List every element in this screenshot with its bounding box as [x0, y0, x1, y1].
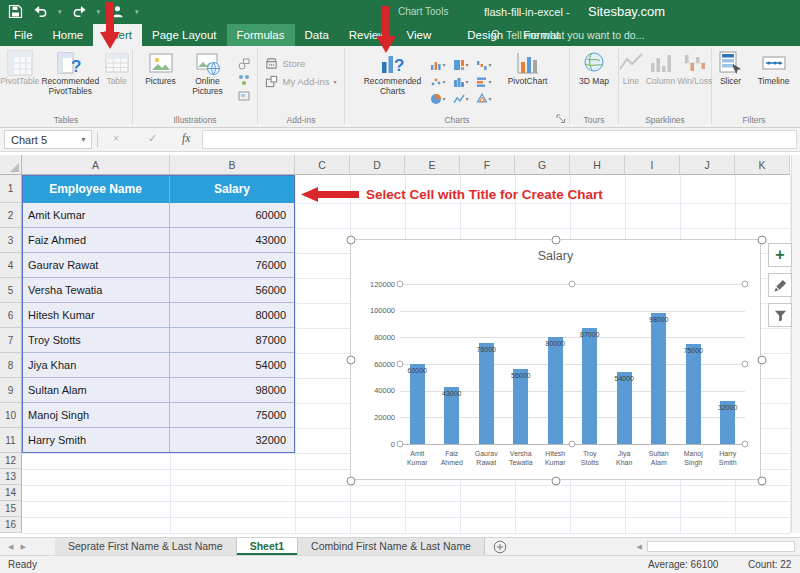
sheet-prev-icon[interactable]: ◀	[8, 543, 13, 551]
table-button[interactable]: Table	[101, 49, 132, 88]
plot-area-handle[interactable]	[742, 441, 749, 448]
sheet-tab-seprate-first-name-last-name[interactable]: Seprate First Name & Last Name	[55, 538, 237, 555]
chart-filters-button[interactable]	[768, 303, 792, 327]
row-header-9[interactable]: 9	[0, 378, 22, 403]
recommended-pivottables-button[interactable]: ?Recommended PivotTables	[41, 49, 99, 97]
sheet-next-icon[interactable]: ▶	[20, 543, 25, 551]
table-header-employee-name[interactable]: Employee Name	[22, 175, 170, 203]
undo-icon[interactable]	[33, 4, 48, 19]
chart-bar[interactable]	[410, 364, 425, 444]
chart-selection-handle[interactable]	[552, 236, 561, 245]
cell-employee-name[interactable]: Faiz Ahmed	[22, 228, 170, 253]
cell-salary[interactable]: 43000	[170, 228, 295, 253]
cell-employee-name[interactable]: Troy Stotts	[22, 328, 170, 353]
mini-bar-chart-button[interactable]: ▾	[476, 74, 497, 89]
cell-employee-name[interactable]: Sultan Alam	[22, 378, 170, 403]
column-header-a[interactable]: A	[22, 155, 170, 175]
3d-map-button[interactable]: 3D Map	[574, 49, 614, 88]
save-icon[interactable]	[8, 4, 23, 19]
chart-elements-button[interactable]: +	[768, 243, 792, 267]
timeline-button[interactable]: Timeline	[751, 49, 796, 88]
cell-salary[interactable]: 32000	[170, 428, 295, 453]
tab-home[interactable]: Home	[43, 24, 94, 46]
mini-hierarchy-chart-button[interactable]: ▾	[453, 57, 474, 72]
cell-salary[interactable]: 60000	[170, 203, 295, 228]
chart-selection-handle[interactable]	[347, 236, 356, 245]
mini-pie-chart-button[interactable]: ▾	[430, 91, 451, 106]
row-header-5[interactable]: 5	[0, 278, 22, 303]
cell-employee-name[interactable]: Manoj Singh	[22, 403, 170, 428]
mini-scatter-chart-button[interactable]: ▾	[430, 74, 451, 89]
chart-bar[interactable]	[479, 343, 494, 444]
mini-histogram-chart-button[interactable]: ▾	[453, 74, 474, 89]
column-header-d[interactable]: D	[350, 155, 405, 175]
shapes-icon[interactable]	[238, 58, 250, 70]
pivottable-button[interactable]: PivotTable	[0, 49, 39, 88]
row-header-10[interactable]: 10	[0, 403, 22, 428]
chart-bar[interactable]	[582, 328, 597, 444]
cell-salary[interactable]: 87000	[170, 328, 295, 353]
plot-area-handle[interactable]	[569, 281, 576, 288]
cell-employee-name[interactable]: Versha Tewatia	[22, 278, 170, 303]
column-header-k[interactable]: K	[735, 155, 790, 175]
screenshot-icon[interactable]	[238, 90, 250, 102]
store-button[interactable]: Store	[265, 57, 336, 70]
enter-check-icon[interactable]: ✓	[148, 132, 157, 145]
plot-area-handle[interactable]	[397, 441, 404, 448]
row-header-16[interactable]: 16	[0, 517, 22, 533]
tab-page-layout[interactable]: Page Layout	[142, 24, 227, 46]
qat-customize-caret[interactable]: ▾	[135, 8, 139, 16]
column-header-j[interactable]: J	[680, 155, 735, 175]
chart-title[interactable]: Salary	[351, 249, 760, 263]
vertical-scrollbar[interactable]	[791, 155, 800, 533]
column-header-b[interactable]: B	[170, 155, 295, 175]
my-add-ins-button[interactable]: My Add-ins▾	[265, 75, 336, 88]
column-header-h[interactable]: H	[570, 155, 625, 175]
cell-employee-name[interactable]: Jiya Khan	[22, 353, 170, 378]
row-header-14[interactable]: 14	[0, 485, 22, 501]
online-pictures-button[interactable]: Online Pictures	[183, 49, 233, 97]
pivotchart-button[interactable]: PivotChart	[501, 49, 555, 88]
row-header-1[interactable]: 1	[0, 175, 22, 203]
plot-area-handle[interactable]	[742, 361, 749, 368]
mini-radar-chart-button[interactable]: ▾	[476, 91, 497, 106]
column-header-i[interactable]: I	[625, 155, 680, 175]
tab-formulas[interactable]: Formulas	[227, 24, 295, 46]
mini-waterfall-chart-button[interactable]: ▾	[476, 57, 497, 72]
table-header-salary[interactable]: Salary	[170, 175, 295, 203]
row-header-8[interactable]: 8	[0, 353, 22, 378]
tell-me-box[interactable]: Tell me what you want to do...	[490, 24, 644, 46]
cell-salary[interactable]: 54000	[170, 353, 295, 378]
plot-area-handle[interactable]	[742, 281, 749, 288]
chart-bar[interactable]	[548, 337, 563, 444]
embedded-chart[interactable]: Salary0200004000060000800001000001200006…	[350, 239, 761, 480]
cell-salary[interactable]: 75000	[170, 403, 295, 428]
cell-employee-name[interactable]: Harry Smith	[22, 428, 170, 453]
cell-salary[interactable]: 76000	[170, 253, 295, 278]
chart-selection-handle[interactable]	[347, 356, 356, 365]
qat-dropdown-caret[interactable]: ▾	[58, 8, 62, 16]
row-header-15[interactable]: 15	[0, 501, 22, 517]
cancel-icon[interactable]: ×	[113, 132, 119, 144]
cell-salary[interactable]: 80000	[170, 303, 295, 328]
chevron-down-icon[interactable]: ▼	[76, 136, 91, 143]
horizontal-scrollbar[interactable]	[647, 541, 795, 552]
tab-data[interactable]: Data	[295, 24, 339, 46]
slicer-button[interactable]: Slicer	[712, 49, 749, 88]
pictures-button[interactable]: Pictures	[141, 49, 181, 88]
cell-employee-name[interactable]: Hitesh Kumar	[22, 303, 170, 328]
new-sheet-icon[interactable]	[493, 540, 507, 554]
chart-selection-handle[interactable]	[347, 477, 356, 486]
column-header-e[interactable]: E	[405, 155, 460, 175]
chart-bar[interactable]	[651, 313, 666, 444]
column-header-c[interactable]: C	[295, 155, 350, 175]
row-header-4[interactable]: 4	[0, 253, 22, 278]
cell-salary[interactable]: 56000	[170, 278, 295, 303]
cell-employee-name[interactable]: Gaurav Rawat	[22, 253, 170, 278]
chart-bar[interactable]	[686, 344, 701, 444]
chart-bar[interactable]	[617, 372, 632, 444]
sheet-tab-combind-first-name-last-name[interactable]: Combind First Name & Last Name	[298, 538, 485, 555]
select-all-corner[interactable]	[0, 155, 22, 175]
row-header-3[interactable]: 3	[0, 228, 22, 253]
row-header-2[interactable]: 2	[0, 203, 22, 228]
